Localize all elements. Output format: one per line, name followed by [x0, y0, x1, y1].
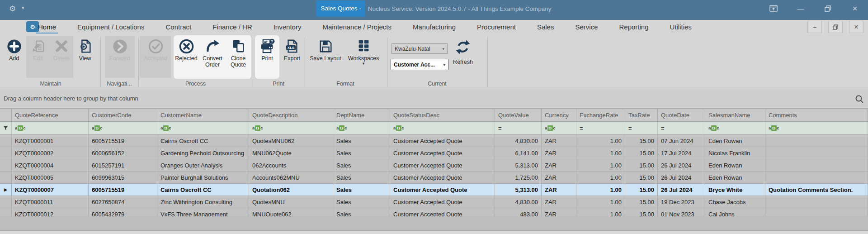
cell-QuoteReference[interactable]: KZQT0000004 [12, 159, 89, 171]
cell-QuoteReference[interactable]: KZQT0000011 [12, 196, 89, 208]
cell-SalesmanName[interactable]: Eden Rowan [705, 172, 765, 183]
header-cell-QuoteReference[interactable]: QuoteReference [12, 109, 89, 121]
cell-QuoteDate[interactable]: 07 Jun 2024 [658, 135, 705, 147]
cell-QuoteDate[interactable]: 17 Jul 2024 [658, 147, 705, 159]
cell-QuoteStatusDesc[interactable]: Customer Accepted Quote [390, 147, 495, 159]
cell-QuoteValue[interactable]: 5,313.00 [495, 184, 542, 196]
cell-QuoteDescription[interactable]: QuotesMNU [249, 196, 333, 208]
cell-QuoteStatusDesc[interactable]: Customer Accepted Quote [390, 159, 495, 171]
cell-QuoteValue[interactable]: 4,830.00 [495, 196, 542, 208]
tab-sales[interactable]: Sales [536, 21, 555, 33]
cell-QuoteDescription[interactable]: 062Accounts [249, 159, 333, 171]
cell-QuoteStatusDesc[interactable]: Customer Accepted Quote [390, 196, 495, 208]
cell-QuoteReference[interactable]: KZQT0000002 [12, 147, 89, 159]
cell-CustomerName[interactable]: Painter Burghall Solutions [157, 172, 249, 183]
cell-SalesmanName[interactable]: Eden Rowan [705, 159, 765, 171]
minimize-icon[interactable]: — [793, 2, 808, 15]
cell-ExchangeRate[interactable]: 1.00 [576, 172, 625, 183]
cell-CustomerCode[interactable]: 6000656152 [89, 147, 157, 159]
table-row[interactable]: KZQT00000046015257191Oranges Outer Analy… [0, 159, 868, 172]
cell-SalesmanName[interactable]: Eden Rowan [705, 135, 765, 147]
cell-CustomerName[interactable]: Zinc Withrington Consulting [157, 196, 249, 208]
filter-cell-DeptName[interactable]: aBc [333, 122, 390, 134]
cell-QuoteDescription[interactable]: Quotation062 [249, 184, 333, 196]
refresh-button[interactable]: Refresh [451, 39, 475, 65]
cell-CustomerCode[interactable]: 6027650874 [89, 196, 157, 208]
header-cell-ExchangeRate[interactable]: ExchangeRate [576, 109, 625, 121]
cell-Currency[interactable]: ZAR [542, 147, 576, 159]
rejected-button[interactable]: Rejected [174, 36, 199, 78]
cell-QuoteReference[interactable]: KZQT0000001 [12, 135, 89, 147]
table-row[interactable]: KZQT00000056099963015Painter Burghall So… [0, 172, 868, 184]
cell-QuoteStatusDesc[interactable]: Customer Accepted Quote [390, 135, 495, 147]
accepted-button[interactable]: Accepted [140, 36, 171, 78]
filter-cell-QuoteDescription[interactable]: aBc [249, 122, 333, 134]
cell-QuoteDate[interactable]: 26 Jul 2024 [658, 184, 705, 196]
cell-TaxRate[interactable]: 15.00 [625, 184, 658, 196]
table-row[interactable]: KZQT00000026000656152Gardening Pechold O… [0, 147, 868, 159]
cell-DeptName[interactable]: Sales [333, 147, 390, 159]
cell-CustomerCode[interactable]: 6005715519 [89, 135, 157, 147]
cell-QuoteDate[interactable]: 19 Dec 2023 [658, 196, 705, 208]
cell-ExchangeRate[interactable]: 1.00 [576, 196, 625, 208]
tab-reporting[interactable]: Reporting [618, 21, 649, 33]
tab-procurement[interactable]: Procurement [476, 21, 517, 33]
mdi-minimize-icon[interactable]: – [807, 21, 822, 33]
chevron-down-icon[interactable]: ▾ [363, 62, 365, 65]
cell-DeptName[interactable]: Sales [333, 135, 390, 147]
cell-QuoteDate[interactable]: 26 Jul 2024 [658, 159, 705, 171]
save-layout-button[interactable]: Save Layout [307, 36, 344, 78]
cell-Comments[interactable] [765, 135, 868, 147]
export-button[interactable]: XLS Export [280, 36, 304, 78]
cell-QuoteValue[interactable]: 4,830.00 [495, 135, 542, 147]
table-row[interactable]: KZQT00000016005715519Cairns Oscroft CCQu… [0, 135, 868, 147]
cell-TaxRate[interactable]: 15.00 [625, 196, 658, 208]
filter-cell-QuoteValue[interactable]: = [495, 122, 542, 134]
cell-Comments[interactable] [765, 196, 868, 208]
tab-inventory[interactable]: Inventory [273, 21, 302, 33]
cell-ExchangeRate[interactable]: 1.00 [576, 147, 625, 159]
cell-QuoteValue[interactable]: 1,725.00 [495, 172, 542, 183]
cell-Currency[interactable]: ZAR [542, 159, 576, 171]
close-icon[interactable]: × [847, 2, 863, 15]
cell-CustomerName[interactable]: Gardening Pechold Outsourcing [157, 147, 249, 159]
cell-SalesmanName[interactable]: Nicolas Franklin [705, 147, 765, 159]
cell-QuoteValue[interactable]: 5,313.00 [495, 159, 542, 171]
cell-CustomerCode[interactable]: 6099963015 [89, 172, 157, 183]
tab-service[interactable]: Service [574, 21, 599, 33]
cell-QuoteDescription[interactable]: Accounts062MNU [249, 172, 333, 183]
customer-filter-dropdown[interactable]: Customer Acc... ▾ [391, 59, 448, 70]
add-button[interactable]: Add [2, 36, 26, 78]
view-button[interactable]: View [73, 36, 97, 78]
cell-Currency[interactable]: ZAR [542, 135, 576, 147]
filter-cell-ExchangeRate[interactable]: = [576, 122, 625, 134]
filter-cell-CustomerCode[interactable]: aBc [89, 122, 157, 134]
cell-ExchangeRate[interactable]: 1.00 [576, 135, 625, 147]
table-row-selected[interactable]: ▶KZQT00000076005715519Cairns Oscroft CCQ… [0, 184, 868, 196]
header-cell-TaxRate[interactable]: TaxRate [625, 109, 658, 121]
header-cell-QuoteDescription[interactable]: QuoteDescription [249, 109, 333, 121]
cell-TaxRate[interactable]: 15.00 [625, 135, 658, 147]
cell-Currency[interactable]: ZAR [542, 172, 576, 183]
cell-Comments[interactable] [765, 172, 868, 183]
filter-cell-QuoteStatusDesc[interactable]: aBc [390, 122, 495, 134]
cell-TaxRate[interactable]: 15.00 [625, 159, 658, 171]
ribbon-display-icon[interactable] [766, 2, 781, 15]
tab-home[interactable]: Home [37, 21, 57, 33]
edit-button[interactable]: Edit [26, 36, 50, 78]
funnel-icon[interactable] [0, 122, 12, 134]
cell-QuoteDescription[interactable]: QuotesMNU062 [249, 135, 333, 147]
cell-SalesmanName[interactable]: Chase Jacobs [705, 196, 765, 208]
cell-DeptName[interactable]: Sales [333, 172, 390, 183]
filter-cell-QuoteDate[interactable]: = [658, 122, 705, 134]
cell-ExchangeRate[interactable]: 1.00 [576, 184, 625, 196]
mdi-close-icon[interactable]: × [849, 21, 863, 33]
forward-button[interactable]: Forward [105, 36, 135, 78]
tab-maintenance-projects[interactable]: Maintenance / Projects [321, 21, 392, 33]
delete-button[interactable]: Delete [50, 36, 73, 78]
header-cell-DeptName[interactable]: DeptName [333, 109, 390, 121]
tab-contract[interactable]: Contract [165, 21, 192, 33]
cell-QuoteValue[interactable]: 6,141.00 [495, 147, 542, 159]
tab-manufacturing[interactable]: Manufacturing [412, 21, 457, 33]
restore-icon[interactable] [820, 2, 835, 15]
